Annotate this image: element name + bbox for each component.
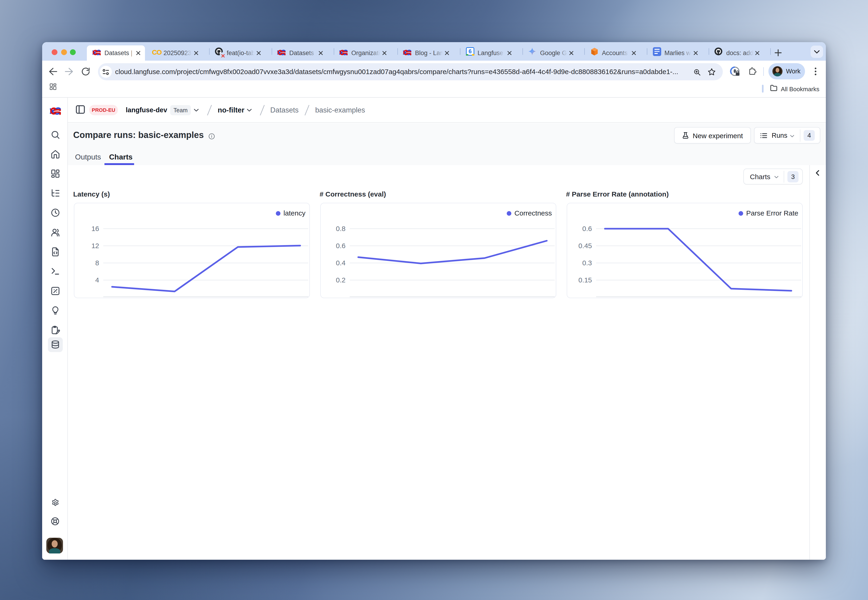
svg-text:0.45: 0.45 [578, 242, 592, 250]
svg-text:16: 16 [91, 225, 99, 232]
svg-text:0.4: 0.4 [336, 259, 346, 267]
svg-text:4: 4 [95, 276, 99, 284]
svg-text:12: 12 [91, 242, 99, 250]
svg-text:0.8: 0.8 [336, 225, 346, 232]
svg-text:0.3: 0.3 [582, 259, 592, 267]
svg-text:8: 8 [95, 259, 99, 267]
svg-text:0.6: 0.6 [336, 242, 346, 250]
svg-text:0.6: 0.6 [582, 225, 592, 232]
svg-text:0.15: 0.15 [578, 276, 592, 284]
svg-text:0.2: 0.2 [336, 276, 346, 284]
